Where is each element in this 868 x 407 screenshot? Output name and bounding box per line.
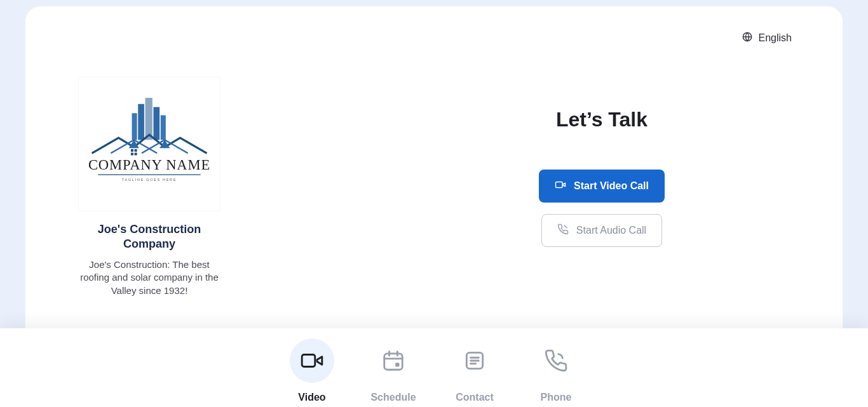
svg-rect-1	[138, 104, 144, 140]
nav-phone[interactable]: Phone	[531, 338, 581, 403]
language-selector[interactable]: English	[742, 32, 792, 44]
svg-rect-2	[146, 98, 153, 140]
start-audio-call-button[interactable]: Start Audio Call	[541, 214, 662, 247]
svg-rect-8	[131, 149, 133, 152]
company-panel: COMPANY NAME TAGLINE GOES HERE Joe's Con…	[79, 77, 220, 297]
phone-icon	[557, 224, 569, 237]
document-icon	[452, 338, 497, 383]
start-video-call-button[interactable]: Start Video Call	[539, 170, 665, 203]
svg-rect-9	[135, 149, 137, 152]
language-label: English	[759, 32, 792, 44]
svg-rect-16	[302, 355, 315, 367]
company-logo-svg: COMPANY NAME TAGLINE GOES HERE	[83, 93, 216, 196]
nav-schedule[interactable]: Schedule	[368, 338, 419, 403]
svg-rect-17	[384, 354, 403, 370]
phone-outgoing-icon	[534, 338, 578, 383]
globe-icon	[742, 32, 752, 44]
bottom-nav: Video Schedule Contact	[0, 328, 868, 407]
nav-contact-label: Contact	[456, 392, 494, 403]
svg-rect-5	[161, 116, 166, 140]
start-video-call-label: Start Video Call	[574, 180, 649, 192]
svg-rect-10	[131, 153, 133, 156]
start-audio-call-label: Start Audio Call	[576, 225, 646, 236]
company-description: Joe's Construction: The best roofing and…	[79, 258, 220, 297]
video-icon	[555, 179, 566, 193]
svg-text:COMPANY NAME: COMPANY NAME	[88, 157, 210, 173]
svg-rect-15	[556, 182, 563, 188]
nav-contact[interactable]: Contact	[449, 338, 500, 403]
svg-rect-3	[153, 107, 159, 140]
svg-rect-18	[395, 363, 399, 366]
nav-schedule-label: Schedule	[370, 392, 416, 403]
company-logo: COMPANY NAME TAGLINE GOES HERE	[79, 77, 220, 211]
page-heading: Let’s Talk	[443, 108, 761, 131]
calendar-icon	[371, 338, 416, 383]
svg-rect-4	[132, 114, 137, 140]
svg-text:TAGLINE GOES HERE: TAGLINE GOES HERE	[122, 178, 177, 182]
video-icon	[290, 338, 334, 383]
nav-phone-label: Phone	[541, 392, 572, 403]
nav-video[interactable]: Video	[287, 338, 337, 403]
call-panel: Let’s Talk Start Video Call	[443, 108, 761, 247]
svg-rect-11	[135, 153, 137, 156]
company-name: Joe's Construction Company	[79, 222, 220, 251]
nav-video-label: Video	[298, 392, 325, 403]
